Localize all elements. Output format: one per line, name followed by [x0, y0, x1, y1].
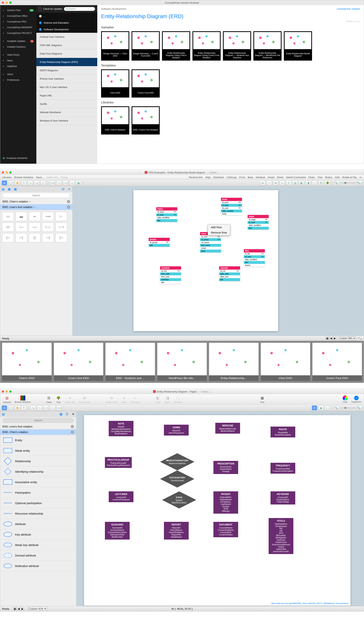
hand-tool[interactable]: ✋: [15, 405, 20, 410]
text-tool[interactable]: T: [21, 405, 26, 410]
collapse-icon[interactable]: ⊟: [60, 186, 66, 192]
back-icon[interactable]: ◨: [305, 180, 311, 185]
nav-item[interactable]: ▪ConceptDraw MINDMAP: [0, 25, 36, 30]
shape-stencil[interactable]: ⟨⟩: [29, 233, 40, 242]
solution-item[interactable]: Windows 8 User Interface: [36, 117, 97, 125]
shape-stencil[interactable]: ⟩─: [56, 233, 67, 242]
tab-1[interactable]: ▤: [0, 186, 6, 192]
nav-item[interactable]: ▪About: [0, 72, 36, 77]
solution-item[interactable]: ATM UML Diagrams: [36, 41, 97, 50]
menu-add-row[interactable]: Add Row: [208, 225, 230, 230]
tb-front[interactable]: ◧Front: [155, 395, 161, 403]
tb-delete-link[interactable]: ✕Delete link: [65, 395, 75, 403]
traffic-lights[interactable]: [2, 390, 12, 393]
toolbar-label[interactable]: Select Connected: [286, 176, 306, 179]
traffic-lights[interactable]: [2, 171, 12, 174]
tile[interactable]: Entity-Relationship Model Diagram: [284, 31, 312, 61]
pointer-tool[interactable]: ➤: [2, 180, 7, 185]
nav-item[interactable]: ▪Installed Solutions: [0, 44, 36, 50]
entity-groups[interactable]: groupsid_groupPKtitle: [149, 238, 170, 247]
page-thumbnail[interactable]: Entity-Relationship...: [209, 343, 258, 381]
stencil-item[interactable]: Entity: [0, 435, 76, 445]
nav-item[interactable]: ▪ConceptDraw PRO: [0, 19, 36, 25]
page-thumbnail[interactable]: WordPress file-refe...: [157, 343, 207, 381]
tile[interactable]: ERD, Crow's Foot Notation: [132, 106, 160, 135]
grid-icon[interactable]: ▦: [58, 411, 64, 417]
shape-stencil[interactable]: ▬: [16, 212, 27, 221]
library-header-active[interactable]: ERD, Chen's notation✕: [0, 429, 76, 435]
zoom-select[interactable]: Custom 34%: [338, 337, 356, 340]
chen-entity-keyword[interactable]: KEYWORDKeywordIDKeywordDescFieldsToMap: [270, 491, 295, 504]
library-search[interactable]: [2, 418, 74, 423]
shape-stencil[interactable]: ─⟨: [42, 233, 54, 242]
tb-align[interactable]: ≡Align: [122, 395, 127, 403]
library-search[interactable]: [2, 193, 70, 198]
toolbar-label[interactable]: Smart: [268, 176, 274, 179]
pointer-tool[interactable]: ➤: [2, 405, 7, 410]
tab-1[interactable]: ▤: [0, 411, 6, 417]
page-nav[interactable]: ▦◀▶: [326, 337, 336, 340]
solution-item[interactable]: SysML: [36, 100, 97, 108]
zoom-select[interactable]: Custom 41%: [28, 607, 47, 611]
entity-schedule[interactable]: scheduleid_schPKtime_starttime_endweekda…: [160, 266, 181, 284]
connector-tool-5[interactable]: ⟿: [56, 405, 62, 410]
tb-chain[interactable]: ⛓Chain: [46, 395, 52, 403]
ungroup-icon[interactable]: ▥: [292, 180, 298, 185]
chen-entity-medicine[interactable]: MEDICINEMedicineBarCodeMedicineName: [215, 423, 240, 434]
stencil-item[interactable]: Participation: [0, 487, 76, 498]
connector-tool-4[interactable]: ⤻: [50, 405, 55, 410]
zoom-slider[interactable]: [340, 408, 356, 408]
nav-item[interactable]: ▪Solution Park23: [0, 8, 36, 13]
toolbar-label[interactable]: Back: [248, 176, 253, 179]
canvas[interactable]: NOTENoteIDMultidisciplinaryNoteGroupMemb…: [76, 411, 364, 606]
shape-stencil[interactable]: ⟨─: [2, 233, 14, 242]
edited-indicator[interactable]: — Edited ⌄: [198, 390, 211, 393]
edited-indicator[interactable]: — Edited ⌄: [206, 171, 219, 174]
library-header-active[interactable]: ERD, crow's foot notation≡✕: [0, 204, 72, 210]
solution-item[interactable]: Website Wireframe: [36, 108, 97, 117]
chen-entity-patient[interactable]: PATIENTPatientNRICPatientName(FirstName,…: [214, 491, 238, 514]
chen-entity-vitals[interactable]: VITALSVitalDatetimeTemperatureRRHRSPOBPs…: [268, 518, 293, 554]
chen-entity-practicalgroup[interactable]: PRACTICALGROUPPracticalGroupIDPracticalG…: [105, 457, 132, 468]
connector-tool-3[interactable]: ⟶: [44, 405, 49, 410]
nav-item[interactable]: ▪Preferences: [0, 77, 36, 83]
close-icon[interactable]: ✕: [70, 411, 76, 417]
lasso-tool[interactable]: ◯: [8, 405, 14, 410]
tree-icon[interactable]: 🌳: [325, 180, 330, 185]
lasso-tool[interactable]: ◯: [8, 180, 14, 185]
tile[interactable]: Entity-Relationship Diagram Using Crow's…: [192, 31, 221, 61]
entity-topics[interactable]: topicsid_topicPKid_userFKdate_modifiedti…: [156, 207, 177, 222]
tb-rotate[interactable]: ⟲Rotate & Flip: [106, 395, 118, 403]
shape-tool[interactable]: ▭: [34, 180, 40, 185]
shape-stencil[interactable]: ⟶: [42, 212, 54, 221]
size-icon[interactable]: ⬚: [312, 180, 317, 185]
stencil-item[interactable]: Derived attribute: [0, 550, 76, 561]
dist-h-icon[interactable]: ⇿: [280, 180, 285, 185]
toolbar-label[interactable]: Rulers: [325, 176, 332, 179]
text-tool[interactable]: T: [21, 180, 26, 185]
user-account[interactable]: Anastasia Alexeenko: [0, 155, 36, 161]
stencil-item[interactable]: Weak entity: [0, 445, 76, 456]
tile[interactable]: Entity-Relationship Diagram — Students a…: [223, 31, 251, 61]
connector-tool-2[interactable]: ⤳: [37, 405, 42, 410]
chen-entity-document[interactable]: DOCUMENTConsentNameConsentDatetimeConcen…: [214, 522, 238, 537]
stencil-item[interactable]: Recursive relationship: [0, 508, 76, 519]
zoom-in-icon[interactable]: 🔍+: [357, 405, 362, 410]
group-icon[interactable]: ▦: [76, 180, 81, 185]
nav-item[interactable]: ▪Video Room: [0, 52, 36, 58]
align-right-icon[interactable]: ➡: [273, 180, 278, 185]
tile[interactable]: Entity-Relationship Diagram Using Chen's…: [162, 31, 190, 61]
shape-stencil[interactable]: ⊣⊢: [2, 222, 14, 232]
tb-tree[interactable]: 🌳Tree: [56, 395, 61, 403]
shape-stencil[interactable]: ─○: [29, 222, 40, 232]
tile[interactable]: Entity-Relationship Diagram — WordPress …: [254, 31, 282, 61]
category-item[interactable]: Science and Education: [36, 20, 97, 26]
solution-item[interactable]: Android User Interface: [36, 33, 97, 41]
chen-entity-state[interactable]: STATEStateIDStateDescription: [162, 491, 196, 508]
page-nav[interactable]: ▦◀▶: [13, 607, 24, 611]
link-tool-2[interactable]: ⤳: [56, 180, 62, 185]
stencil-item[interactable]: Weak key attribute: [0, 540, 76, 550]
chen-entity-admin[interactable]: ADMINAdminIDAdminPassword: [164, 425, 189, 436]
solution-item[interactable]: Data Flow Diagrams: [36, 50, 97, 58]
tab-2[interactable]: ▦: [6, 186, 12, 192]
